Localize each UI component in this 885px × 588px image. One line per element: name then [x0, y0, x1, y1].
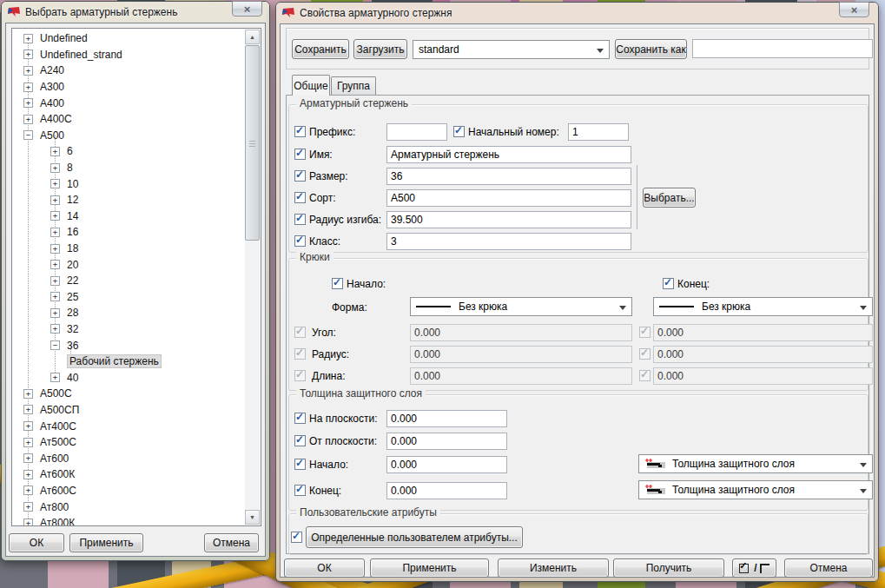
class-input[interactable]: [386, 233, 631, 250]
save-as-input[interactable]: [692, 39, 873, 58]
expand-icon[interactable]: +: [50, 195, 60, 205]
tree-item[interactable]: Рабочий стержень: [13, 353, 245, 370]
expand-icon[interactable]: +: [23, 405, 33, 414]
tree-item[interactable]: +Ат600: [13, 450, 245, 466]
grade-checkbox[interactable]: [294, 192, 306, 203]
cover-on-plane-input[interactable]: [386, 410, 507, 427]
ok-button[interactable]: ОК: [284, 558, 365, 578]
expand-icon[interactable]: +: [50, 147, 60, 156]
expand-icon[interactable]: +: [23, 115, 33, 124]
expand-icon[interactable]: +: [23, 66, 33, 76]
bend-radius-checkbox[interactable]: [294, 214, 306, 225]
expand-icon[interactable]: +: [23, 421, 33, 431]
hook-start-checkbox[interactable]: [332, 278, 343, 289]
scroll-up-button[interactable]: ▲: [245, 30, 260, 44]
tree-item[interactable]: +А300: [13, 79, 245, 96]
start-number-checkbox[interactable]: [453, 126, 465, 137]
expand-icon[interactable]: +: [23, 453, 33, 463]
tab-group[interactable]: Группа: [331, 76, 376, 95]
tree-item[interactable]: +20: [13, 256, 245, 273]
rebar-grade-tree[interactable]: +Undefined+Undefined_strand+А240+А300+А4…: [11, 28, 261, 526]
tree-item[interactable]: +40: [13, 369, 245, 386]
scroll-down-button[interactable]: ▼: [245, 510, 260, 525]
grade-input[interactable]: [386, 189, 631, 207]
expand-icon[interactable]: +: [50, 292, 60, 301]
cover-end-checkbox[interactable]: [294, 485, 306, 496]
expand-icon[interactable]: +: [23, 389, 33, 399]
expand-icon[interactable]: +: [23, 34, 33, 43]
cancel-button[interactable]: Отмена: [784, 558, 873, 578]
cancel-button[interactable]: Отмена: [204, 533, 259, 552]
select-grade-button[interactable]: Выбрать...: [643, 188, 696, 208]
expand-icon[interactable]: +: [50, 228, 60, 237]
expand-icon[interactable]: +: [23, 502, 33, 512]
expand-icon[interactable]: +: [50, 373, 60, 382]
tree-item[interactable]: +А500СП: [13, 402, 245, 419]
cover-start-type-select[interactable]: Толщина защитного слоя: [638, 454, 873, 473]
save-button[interactable]: Сохранить: [292, 39, 349, 59]
expand-icon[interactable]: +: [50, 179, 60, 188]
bend-radius-input[interactable]: [386, 211, 631, 228]
toggle-all-checkboxes-button[interactable]: /: [732, 558, 776, 578]
tree-item[interactable]: −А500: [13, 128, 245, 144]
prefix-checkbox[interactable]: [294, 126, 306, 137]
tree-scrollbar[interactable]: ▲ ▼: [245, 30, 260, 525]
hook-shape-start-select[interactable]: Без крюка: [410, 297, 632, 316]
expand-icon[interactable]: +: [50, 276, 60, 286]
tree-item[interactable]: +Ат400С: [13, 418, 245, 434]
tree-item[interactable]: +25: [13, 289, 245, 306]
size-input[interactable]: [386, 168, 631, 185]
tree-item[interactable]: +А500С: [13, 386, 245, 402]
size-checkbox[interactable]: [294, 170, 306, 182]
tab-general[interactable]: Общие: [292, 75, 330, 96]
tree-item[interactable]: +А400С: [13, 111, 245, 128]
expand-icon[interactable]: +: [50, 211, 60, 221]
tree-item[interactable]: +Ат500С: [13, 434, 245, 451]
cover-from-plane-checkbox[interactable]: [294, 435, 306, 446]
apply-button[interactable]: Применить: [370, 558, 489, 578]
cover-on-plane-checkbox[interactable]: [294, 413, 306, 424]
expand-icon[interactable]: +: [23, 486, 33, 495]
hook-end-checkbox[interactable]: [663, 278, 674, 289]
expand-icon[interactable]: +: [50, 163, 60, 173]
cover-end-type-select[interactable]: Толщина защитного слоя: [638, 480, 873, 499]
uda-checkbox[interactable]: [291, 532, 302, 543]
tree-item[interactable]: +Ат800: [13, 499, 245, 515]
modify-button[interactable]: Изменить: [498, 558, 609, 578]
name-input[interactable]: [386, 146, 631, 163]
cover-start-input[interactable]: [386, 456, 507, 473]
titlebar[interactable]: Выбрать арматурный стержень ×: [2, 2, 269, 23]
cover-from-plane-input[interactable]: [386, 433, 507, 450]
uda-button[interactable]: Определенные пользователем атрибуты...: [306, 526, 523, 548]
expand-icon[interactable]: +: [23, 519, 33, 526]
start-number-input[interactable]: [568, 123, 629, 141]
close-button[interactable]: ×: [839, 2, 869, 17]
tree-item[interactable]: +32: [13, 321, 245, 338]
expand-icon[interactable]: +: [50, 244, 60, 254]
tree-item[interactable]: +10: [13, 175, 245, 192]
apply-button[interactable]: Применить: [69, 533, 143, 552]
expand-icon[interactable]: +: [50, 260, 60, 269]
save-as-button[interactable]: Сохранить как: [615, 39, 687, 59]
tree-item[interactable]: +8: [13, 160, 245, 176]
tree-item[interactable]: +А240: [13, 63, 245, 79]
scrollbar-thumb[interactable]: [245, 45, 260, 241]
tree-item[interactable]: +Undefined: [13, 30, 245, 47]
tree-item[interactable]: +Ат600К: [13, 466, 245, 483]
expand-icon[interactable]: +: [23, 98, 33, 108]
hook-shape-end-select[interactable]: Без крюка: [653, 297, 873, 316]
get-button[interactable]: Получить: [613, 558, 724, 578]
tree-item[interactable]: +22: [13, 273, 245, 289]
tree-item[interactable]: −36: [13, 337, 245, 353]
tree-item[interactable]: +18: [13, 241, 245, 257]
expand-icon[interactable]: +: [23, 470, 33, 479]
tree-item[interactable]: +14: [13, 208, 245, 225]
class-checkbox[interactable]: [294, 235, 306, 247]
tree-item[interactable]: +А400: [13, 95, 245, 111]
expand-icon[interactable]: +: [50, 308, 60, 318]
cover-end-input[interactable]: [386, 482, 507, 499]
tree-item[interactable]: +Undefined_strand: [13, 47, 245, 63]
expand-icon[interactable]: +: [23, 438, 33, 447]
collapse-icon[interactable]: −: [50, 340, 60, 350]
expand-icon[interactable]: +: [23, 83, 33, 92]
